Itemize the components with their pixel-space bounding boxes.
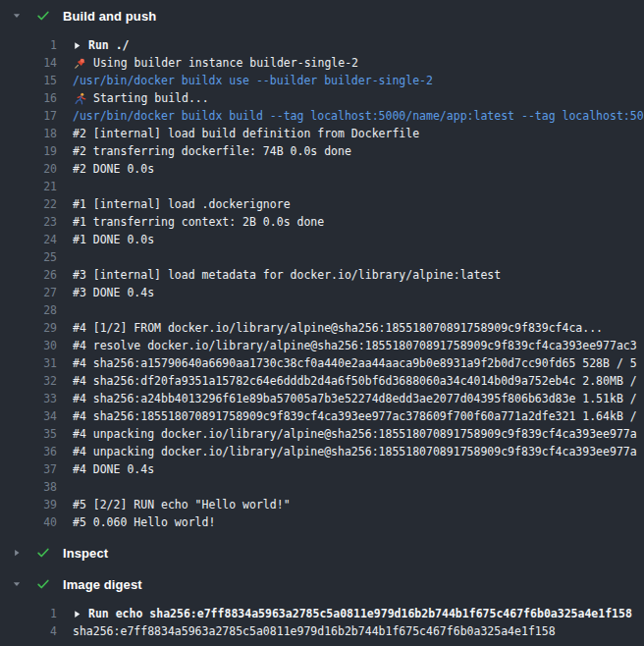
log-line: 26#3 [internal] load metadata for docker… (0, 266, 644, 284)
section-header-inspect[interactable]: Inspect (0, 537, 644, 568)
log-lines-image-digest: 1Run echo sha256:e7ff8834a5963a2785c5a08… (0, 600, 644, 646)
line-number[interactable]: 32 (0, 374, 57, 388)
log-group-command[interactable]: Run echo sha256:e7ff8834a5963a2785c5a081… (73, 607, 632, 620)
log-text: /usr/bin/docker buildx build --tag local… (73, 109, 644, 123)
line-number[interactable]: 31 (0, 356, 57, 370)
line-number[interactable]: 30 (0, 339, 57, 352)
log-text: #2 DONE 0.0s (73, 162, 154, 176)
log-text-content: #1 DONE 0.0s (73, 233, 154, 246)
run-expand-icon[interactable] (73, 610, 81, 619)
line-number[interactable]: 25 (0, 250, 57, 264)
line-number[interactable]: 1 (0, 607, 57, 620)
line-number[interactable]: 20 (0, 162, 57, 176)
log-text-content: #2 transferring dockerfile: 74B 0.0s don… (73, 144, 351, 158)
log-line: 1Run ./ (0, 36, 644, 54)
line-number[interactable]: 29 (0, 321, 57, 335)
log-line: 36#4 unpacking docker.io/library/alpine@… (0, 443, 644, 460)
line-number[interactable]: 14 (0, 56, 57, 70)
log-text: Using builder instance builder-single-2 (93, 56, 358, 70)
line-number[interactable]: 39 (0, 498, 57, 511)
runner-icon (73, 91, 86, 105)
log-group-command[interactable]: Run ./ (73, 38, 130, 52)
log-text: #3 [internal] load metadata for docker.i… (73, 268, 501, 282)
line-number[interactable]: 15 (0, 74, 57, 87)
log-line: 18#2 [internal] load build definition fr… (0, 125, 644, 142)
log-text: #4 unpacking docker.io/library/alpine@sh… (73, 427, 637, 441)
log-text: Run echo sha256:e7ff8834a5963a2785c5a081… (88, 607, 632, 620)
section-header-image-digest[interactable]: Image digest (0, 568, 644, 600)
log-text: sha256:e7ff8834a5963a2785c5a0811e979d16b… (73, 624, 556, 638)
line-number[interactable]: 24 (0, 233, 57, 246)
log-line: 38 (0, 478, 644, 496)
log-line: 15/usr/bin/docker buildx use --builder b… (0, 72, 644, 89)
log-text-content: #4 [1/2] FROM docker.io/library/alpine@s… (73, 321, 603, 335)
log-text: #2 [internal] load build definition from… (73, 127, 419, 140)
run-expand-icon[interactable] (73, 41, 81, 50)
log-text-content: #2 DONE 0.0s (73, 162, 154, 176)
pushpin-icon (73, 56, 86, 70)
log-line: 1Run echo sha256:e7ff8834a5963a2785c5a08… (0, 605, 644, 622)
log-line: 25 (0, 248, 644, 266)
log-text: #4 [1/2] FROM docker.io/library/alpine@s… (73, 321, 603, 335)
log-text-content: #4 unpacking docker.io/library/alpine@sh… (73, 427, 637, 441)
line-number[interactable]: 19 (0, 144, 57, 158)
line-number[interactable]: 18 (0, 127, 57, 140)
log-text-content: #4 sha256:185518070891758909c9f839cf4ca3… (73, 409, 637, 423)
log-line: 21 (0, 178, 644, 195)
workflow-log-viewer: Build and push1Run ./14Using builder ins… (0, 0, 644, 646)
log-line: 20#2 DONE 0.0s (0, 160, 644, 178)
log-text: #1 transferring context: 2B 0.0s done (73, 215, 324, 229)
log-text-content: #1 transferring context: 2B 0.0s done (73, 215, 324, 229)
line-number[interactable]: 22 (0, 197, 57, 211)
log-lines-build-and-push: 1Run ./14Using builder instance builder-… (0, 31, 644, 537)
chevron-right-icon (12, 548, 29, 558)
log-line: 40#5 0.060 Hello world! (0, 513, 644, 531)
log-text: #4 resolve docker.io/library/alpine@sha2… (73, 339, 637, 352)
line-number[interactable]: 38 (0, 480, 57, 494)
check-icon (36, 577, 54, 591)
log-text-content: #4 sha256:a24bb4013296f61e89ba57005a7b3e… (73, 392, 637, 405)
line-number[interactable]: 35 (0, 427, 57, 441)
line-number[interactable]: 21 (0, 180, 57, 193)
chevron-down-icon (12, 579, 29, 589)
line-number[interactable]: 16 (0, 91, 57, 105)
log-text: #2 transferring dockerfile: 74B 0.0s don… (73, 144, 351, 158)
section-title: Inspect (63, 546, 108, 561)
log-text: Starting build... (93, 91, 209, 105)
log-text: #3 DONE 0.4s (73, 286, 154, 299)
line-number[interactable]: 26 (0, 268, 57, 282)
log-line: 27#3 DONE 0.4s (0, 284, 644, 301)
section-header-build-and-push[interactable]: Build and push (0, 0, 644, 31)
chevron-down-icon (12, 11, 29, 21)
log-text: #1 DONE 0.0s (73, 233, 154, 246)
line-number[interactable]: 36 (0, 445, 57, 458)
line-number[interactable]: 23 (0, 215, 57, 229)
line-number[interactable]: 28 (0, 303, 57, 317)
log-text: #4 sha256:a15790640a6690aa1730c38cf0a440… (73, 356, 637, 370)
log-text: #4 sha256:df20fa9351a15782c64e6dddb2d4a6… (73, 374, 637, 388)
log-text-content: #4 sha256:df20fa9351a15782c64e6dddb2d4a6… (73, 374, 637, 388)
line-number[interactable]: 33 (0, 392, 57, 405)
line-number[interactable]: 4 (0, 624, 57, 638)
log-line: 37#4 DONE 0.4s (0, 460, 644, 478)
log-text: #1 [internal] load .dockerignore (73, 197, 291, 211)
log-text: #4 DONE 0.4s (73, 462, 154, 476)
line-number[interactable]: 17 (0, 109, 57, 123)
line-number[interactable]: 40 (0, 515, 57, 529)
line-number[interactable]: 34 (0, 409, 57, 423)
log-line: 17/usr/bin/docker buildx build --tag loc… (0, 107, 644, 125)
log-text-content: #5 0.060 Hello world! (73, 515, 215, 529)
log-line: 22#1 [internal] load .dockerignore (0, 195, 644, 213)
log-text-content: /usr/bin/docker buildx build --tag local… (73, 109, 644, 123)
log-line: 31#4 sha256:a15790640a6690aa1730c38cf0a4… (0, 354, 644, 372)
line-number[interactable]: 37 (0, 462, 57, 476)
log-line: 23#1 transferring context: 2B 0.0s done (0, 213, 644, 231)
log-text: /usr/bin/docker buildx use --builder bui… (73, 74, 433, 87)
log-text: #4 sha256:a24bb4013296f61e89ba57005a7b3e… (73, 392, 637, 405)
line-number[interactable]: 1 (0, 38, 57, 52)
line-number[interactable]: 27 (0, 286, 57, 299)
log-line: 32#4 sha256:df20fa9351a15782c64e6dddb2d4… (0, 372, 644, 390)
log-text-content: #4 resolve docker.io/library/alpine@sha2… (73, 339, 637, 352)
log-line: 19#2 transferring dockerfile: 74B 0.0s d… (0, 142, 644, 160)
log-line: 16Starting build... (0, 89, 644, 107)
